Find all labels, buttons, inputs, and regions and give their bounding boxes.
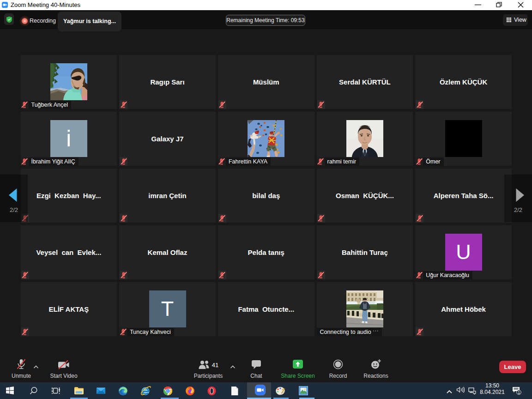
svg-text:1: 1 <box>518 390 520 395</box>
